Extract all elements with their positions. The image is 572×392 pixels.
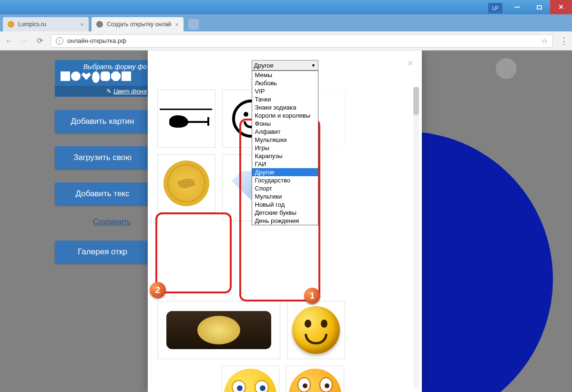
site-info-icon[interactable]: i bbox=[56, 37, 63, 45]
browser-toolbar: ← → ⟳ i онлайн-открытка.рф ☆ ⋮ bbox=[0, 31, 572, 50]
shape-ellipse-icon[interactable] bbox=[92, 71, 100, 83]
shape-heading: Выбрать форму фо bbox=[61, 63, 147, 70]
browser-tab-lumpics[interactable]: Lumpics.ru × bbox=[3, 17, 89, 31]
thumb-helicopter[interactable] bbox=[157, 90, 215, 148]
bookmark-icon[interactable]: ☆ bbox=[541, 36, 548, 45]
dropdown-option-selected[interactable]: Другое bbox=[252, 168, 318, 176]
scrollbar[interactable] bbox=[413, 87, 419, 387]
dropdown-list[interactable]: Мемы Любовь VIP Тачки Знаки зодиака Коро… bbox=[252, 70, 318, 225]
dropdown-option[interactable]: Мемы bbox=[252, 71, 318, 79]
image-picker-modal: × Другое ▼ Мемы Любовь VIP Тачки Знаки з… bbox=[148, 50, 422, 392]
tab-label: Создать открытку онлай bbox=[107, 21, 171, 28]
shape-heart-icon[interactable] bbox=[82, 71, 91, 81]
dropdown-option[interactable]: Тачки bbox=[252, 95, 318, 103]
background-color-row[interactable]: ✎ Цвет фона bbox=[55, 86, 153, 97]
dropdown-option[interactable]: Любовь bbox=[252, 79, 318, 87]
shape-circle-icon[interactable] bbox=[71, 71, 81, 81]
chevron-down-icon: ▼ bbox=[311, 63, 316, 68]
category-dropdown[interactable]: Другое ▼ Мемы Любовь VIP Тачки Знаки зод… bbox=[252, 60, 318, 70]
step-badge-2: 2 bbox=[150, 282, 166, 298]
dropdown-option[interactable]: ГАИ bbox=[252, 160, 318, 168]
window-minimize-button[interactable] bbox=[506, 0, 528, 14]
thumb-screaming-emoji[interactable] bbox=[286, 366, 344, 392]
dropdown-option[interactable]: Игры bbox=[252, 144, 318, 152]
dropdown-option[interactable]: Государство bbox=[252, 176, 318, 184]
dropdown-option[interactable]: Алфавит bbox=[252, 128, 318, 136]
close-icon[interactable]: × bbox=[175, 21, 179, 28]
browser-tab-postcard[interactable]: Создать открытку онлай × bbox=[92, 17, 184, 31]
tab-label: Lumpics.ru bbox=[18, 21, 46, 28]
gallery-button[interactable]: Галерея откр bbox=[55, 241, 150, 263]
new-tab-button[interactable] bbox=[188, 19, 199, 30]
close-icon[interactable]: × bbox=[80, 21, 84, 28]
shape-selector[interactable]: Выбрать форму фо bbox=[55, 60, 153, 86]
page-viewport: Выбрать форму фо ✎ Цвет фона Добавить ка… bbox=[0, 50, 572, 392]
step-badge-1: 1 bbox=[304, 288, 320, 304]
thumb-belt[interactable] bbox=[157, 301, 280, 359]
dropdown-option[interactable]: Знаки зодиака bbox=[252, 103, 318, 111]
shape-rect-icon[interactable] bbox=[122, 71, 131, 81]
avatar[interactable] bbox=[496, 58, 517, 79]
sidebar: Выбрать форму фо ✎ Цвет фона Добавить ка… bbox=[55, 60, 153, 263]
dropdown-option[interactable]: Мультяшки bbox=[252, 136, 318, 144]
dropdown-option[interactable]: Спорт bbox=[252, 184, 318, 192]
dropdown-option[interactable]: Новый год bbox=[252, 201, 318, 209]
dropdown-selected: Другое bbox=[254, 62, 274, 69]
window-badge: LP bbox=[488, 3, 502, 13]
favicon-icon bbox=[96, 21, 103, 28]
window-maximize-button[interactable] bbox=[528, 0, 550, 14]
nav-forward-button[interactable]: → bbox=[20, 37, 29, 45]
modal-close-button[interactable]: × bbox=[407, 57, 413, 70]
nav-back-button[interactable]: ← bbox=[5, 37, 13, 45]
add-image-button[interactable]: Добавить картин bbox=[55, 110, 150, 133]
window-titlebar: LP × bbox=[0, 0, 572, 14]
dropdown-option[interactable]: Короли и королевы bbox=[252, 111, 318, 120]
shape-flower-icon[interactable] bbox=[101, 71, 110, 81]
dropdown-option[interactable]: Детские буквы bbox=[252, 209, 318, 217]
browser-tab-strip: Lumpics.ru × Создать открытку онлай × bbox=[0, 14, 572, 31]
pencil-icon: ✎ bbox=[106, 88, 113, 95]
window-close-button[interactable]: × bbox=[550, 0, 572, 14]
thumb-gold-seal[interactable] bbox=[157, 154, 215, 212]
dropdown-option[interactable]: Мультики bbox=[252, 192, 318, 201]
dropdown-option[interactable]: День рождения bbox=[252, 217, 318, 225]
add-text-button[interactable]: Добавить текс bbox=[55, 182, 150, 205]
upload-own-button[interactable]: Загрузить свою bbox=[55, 146, 150, 169]
scrollbar-thumb[interactable] bbox=[413, 87, 419, 115]
save-link[interactable]: Сохранить bbox=[93, 218, 131, 226]
nav-reload-button[interactable]: ⟳ bbox=[35, 36, 44, 45]
address-bar[interactable]: i онлайн-открытка.рф ☆ bbox=[51, 34, 553, 48]
shape-octagon-icon[interactable] bbox=[111, 71, 121, 81]
browser-menu-button[interactable]: ⋮ bbox=[560, 36, 567, 46]
dropdown-option[interactable]: VIP bbox=[252, 87, 318, 95]
thumb-crazy-emoji[interactable] bbox=[221, 366, 279, 392]
favicon-icon bbox=[8, 21, 14, 28]
color-bg-link[interactable]: Цвет фона bbox=[113, 88, 147, 95]
dropdown-option[interactable]: Фоны bbox=[252, 120, 318, 128]
url-text: онлайн-открытка.рф bbox=[67, 37, 126, 44]
thumb-smiley-3d[interactable] bbox=[287, 301, 345, 359]
dropdown-option[interactable]: Карапузы bbox=[252, 152, 318, 160]
shape-square-icon[interactable] bbox=[61, 71, 70, 81]
